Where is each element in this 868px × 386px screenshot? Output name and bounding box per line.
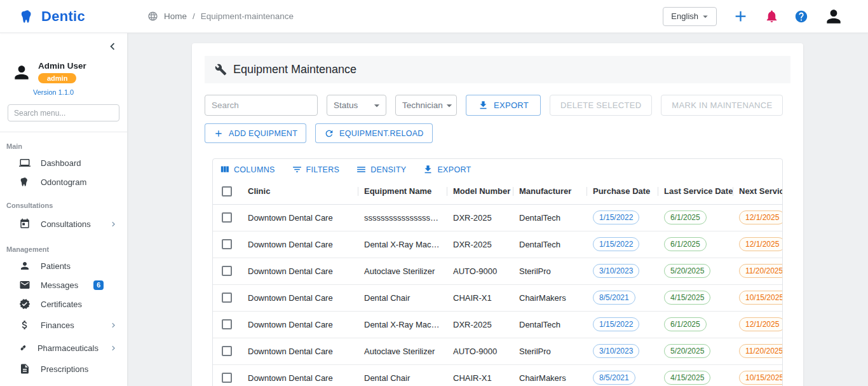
notifications-button[interactable] [764, 9, 779, 24]
next-service-date-chip: 12/1/2025 [739, 317, 783, 331]
table-row[interactable]: Downtown Dental CareAutoclave Sterilizer… [213, 258, 783, 284]
help-button[interactable] [794, 10, 808, 24]
delete-selected-button[interactable]: DELETE SELECTED [550, 95, 652, 116]
download-icon [423, 164, 433, 175]
row-checkbox[interactable] [222, 373, 232, 383]
add-button[interactable] [732, 8, 749, 25]
column-header[interactable]: Next Service Date [733, 179, 783, 204]
cell-model-number: CHAIR-X1 [447, 284, 513, 311]
next-service-date-chip: 11/20/2025 [739, 344, 783, 358]
column-header[interactable]: Purchase Date [587, 179, 658, 204]
sidebar-item-patients[interactable]: Patients [0, 256, 127, 275]
export-button[interactable]: EXPORT [466, 95, 541, 116]
sidebar-item-finances[interactable]: Finances [0, 314, 127, 336]
help-icon [794, 10, 808, 24]
breadcrumb-home[interactable]: Home [164, 11, 187, 21]
row-checkbox[interactable] [222, 212, 232, 223]
plus-icon [732, 8, 749, 25]
sidebar-collapse-button[interactable] [105, 39, 119, 53]
section-label: Consultations [6, 202, 127, 209]
purchase-date-chip: 8/5/2021 [593, 291, 635, 305]
chevron-left-icon [105, 39, 119, 53]
caret-down-icon [370, 99, 383, 112]
column-header[interactable]: Equipment Name [358, 179, 447, 204]
add-equipment-button[interactable]: ADD EQUIPMENT [205, 123, 306, 143]
chevron-left-icon [105, 39, 119, 53]
tooth-logo-icon [19, 8, 36, 25]
download-icon [478, 100, 489, 111]
avatar-icon [824, 6, 844, 27]
sidebar-item-messages[interactable]: Messages6 [0, 275, 127, 294]
sidebar-item-certificates[interactable]: Certificates [0, 294, 127, 314]
add-equipment-label: ADD EQUIPMENT [229, 129, 297, 138]
search-input[interactable] [205, 95, 318, 116]
reload-button[interactable]: EQUIPMENT.RELOAD [315, 123, 433, 143]
density-icon [356, 164, 367, 175]
row-checkbox[interactable] [222, 293, 232, 303]
page-title: Equipment Maintenance [233, 63, 356, 76]
table-row[interactable]: Downtown Dental CareDental ChairCHAIR-X1… [213, 284, 783, 311]
sidebar-item-label: Pharmaceuticals [37, 343, 98, 353]
column-header[interactable]: Clinic [241, 179, 358, 204]
pill-icon [19, 342, 27, 354]
select-all-checkbox[interactable] [222, 186, 232, 196]
sidebar-item-pharmaceuticals[interactable]: Pharmaceuticals [0, 336, 127, 359]
table-row[interactable]: Downtown Dental Caressssssssssssssssssss… [213, 204, 783, 231]
cell-manufacturer: ChairMakers [513, 364, 587, 386]
table-toolbar-density-button[interactable]: DENSITY [356, 164, 406, 175]
next-service-date-chip: 10/15/2025 [739, 371, 783, 385]
cell-clinic: Downtown Dental Care [241, 311, 358, 338]
row-checkbox[interactable] [222, 266, 232, 276]
breadcrumb-separator: / [193, 11, 195, 21]
table-row[interactable]: Downtown Dental CareDental X-Ray Machine… [213, 311, 783, 338]
cell-clinic: Downtown Dental Care [241, 204, 358, 231]
caret-down-icon [370, 99, 383, 112]
table-toolbar-export-button[interactable]: EXPORT [423, 164, 471, 175]
brand[interactable]: Dentic [0, 8, 147, 25]
column-header[interactable]: Model Number [447, 179, 513, 204]
version-label[interactable]: Version 1.1.0 [33, 88, 127, 96]
user-profile: Admin User admin [0, 53, 127, 83]
cell-manufacturer: DentalTech [513, 231, 587, 258]
language-selector[interactable]: English [663, 7, 717, 26]
row-checkbox[interactable] [222, 346, 232, 356]
column-header[interactable]: Last Service Date [658, 179, 733, 204]
menu-search-input[interactable] [8, 104, 119, 121]
column-header[interactable]: Manufacturer [513, 179, 587, 204]
row-checkbox[interactable] [222, 319, 232, 329]
sidebar-item-dashboard[interactable]: Dashboard [0, 153, 127, 172]
sidebar-item-consultations[interactable]: Consultations [0, 212, 127, 235]
table-row[interactable]: Downtown Dental CareAutoclave Sterilizer… [213, 338, 783, 364]
breadcrumb-current: Equipment-maintenance [201, 11, 294, 21]
actions-row: ADD EQUIPMENT EQUIPMENT.RELOAD [205, 123, 790, 143]
cell-equipment-name: Dental X-Ray Machine [358, 231, 447, 258]
status-select[interactable]: Status [327, 95, 386, 116]
last-service-date-chip: 5/20/2025 [664, 344, 710, 358]
table-row[interactable]: Downtown Dental CareDental X-Ray Machine… [213, 231, 783, 258]
mark-in-maintenance-button[interactable]: MARK IN MAINTENANCE [661, 95, 783, 116]
plus-icon [732, 8, 749, 25]
technician-select[interactable]: Technician [395, 95, 457, 116]
cell-equipment-name: Autoclave Sterilizer [358, 338, 447, 364]
cell-model-number: DXR-2025 [447, 204, 513, 231]
table-toolbar-filters-button[interactable]: FILTERS [292, 164, 340, 175]
toolbar-button-label: FILTERS [306, 165, 340, 174]
next-service-date-chip: 12/1/2025 [739, 237, 783, 251]
table-row[interactable]: Downtown Dental CareDental ChairCHAIR-X1… [213, 364, 783, 386]
filters-row: Status Technician EXPORT DELETE SELECTED… [205, 95, 790, 116]
sidebar-divider [0, 132, 127, 132]
cell-model-number: CHAIR-X1 [447, 364, 513, 386]
last-service-date-chip: 4/15/2025 [664, 371, 710, 385]
breadcrumb: Home / Equipment-maintenance [147, 11, 294, 22]
next-service-date-chip: 12/1/2025 [739, 210, 783, 224]
row-checkbox[interactable] [222, 239, 232, 249]
last-service-date-chip: 4/15/2025 [664, 291, 710, 305]
user-avatar[interactable] [824, 6, 844, 27]
sidebar-item-prescriptions[interactable]: Prescriptions [0, 359, 127, 378]
expand-icon [109, 321, 118, 330]
download-icon [478, 100, 489, 111]
sidebar-item-label: Consultations [41, 219, 91, 229]
language-label: English [671, 11, 698, 21]
sidebar-item-odontogram[interactable]: Odontogram [0, 172, 127, 191]
table-toolbar-columns-button[interactable]: COLUMNS [219, 164, 275, 175]
